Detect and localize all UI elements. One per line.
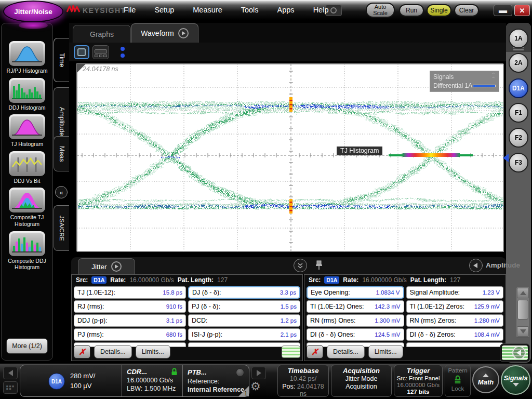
tj-histogram-annotation[interactable]: TJ Histogram xyxy=(337,147,382,155)
amplitude-limits-button[interactable]: Limits... xyxy=(368,345,403,358)
collapse-results-button[interactable] xyxy=(294,259,307,272)
measurement-cell-rn-zeros[interactable]: RN (rms) Zeros:1.280 mV xyxy=(406,314,504,327)
rate-label: Rate: xyxy=(110,276,126,284)
ptb-section[interactable]: PTB... Reference: Internal Reference 1 xyxy=(182,365,249,396)
application-window: Jitter/Noise KEYSIGHT File Setup Measure… xyxy=(0,0,532,399)
measurement-cell-isij[interactable]: ISI-J (p-p):2.1 ps xyxy=(188,328,300,341)
striped-display-icon xyxy=(502,345,528,360)
signal-button-2a[interactable]: 2A xyxy=(509,53,528,73)
menu-measure[interactable]: Measure xyxy=(193,6,222,14)
measurement-cell-tj[interactable]: TJ (1.0E-12):15.8 ps xyxy=(74,286,186,299)
measurement-cell-signal-amplitude[interactable]: Signal Amplitude:1.23 V xyxy=(406,286,504,299)
pattern-lock-section[interactable]: Pattern Lock xyxy=(445,365,471,397)
multi-pane-layout-button[interactable] xyxy=(92,45,109,59)
single-button[interactable]: Single xyxy=(427,4,451,17)
minimize-button[interactable]: ▬ xyxy=(494,5,512,16)
results-scrollbar[interactable] xyxy=(516,287,530,338)
math-button[interactable]: Math xyxy=(472,366,499,393)
single-pane-layout-button[interactable] xyxy=(74,45,89,59)
back-icon xyxy=(516,350,521,356)
measurement-cell-di-zeros[interactable]: DI (δ - δ) Zeros:108.4 mV xyxy=(406,328,504,341)
clear-button[interactable]: Clear xyxy=(454,4,479,17)
magenta-bell-histogram-icon xyxy=(9,114,45,139)
amplitude-remove-button[interactable]: ✗ xyxy=(307,345,323,358)
vtab-jsacre[interactable]: JSA/CRE xyxy=(54,205,69,251)
rate-label: Rate: xyxy=(343,276,358,284)
scroll-down-button[interactable] xyxy=(517,326,529,337)
measurement-cell-pj-dd[interactable]: PJ (δ - δ):1.5 ps xyxy=(188,300,300,313)
close-button[interactable]: ✕ xyxy=(514,5,530,16)
amplitude-details-button[interactable]: Details... xyxy=(327,345,365,358)
status-nav-right-button[interactable] xyxy=(251,367,266,379)
signal-button-d1a[interactable]: D1A xyxy=(509,78,528,98)
scrollbar-thumb[interactable] xyxy=(517,300,528,320)
ptb-title: PTB... xyxy=(188,368,207,376)
tab-jitter[interactable]: Jitter xyxy=(78,258,135,274)
measurement-cell-rj[interactable]: RJ (rms):910 fs xyxy=(74,300,186,313)
scroll-up-button[interactable] xyxy=(517,288,529,298)
auto-scale-button[interactable]: Auto Scale xyxy=(366,3,395,18)
cdr-section[interactable]: CDR... 16.000000 Gb/s LBW: 1.500 MHz xyxy=(122,365,182,396)
jitter-display-toggle[interactable] xyxy=(282,345,300,358)
measurement-cell-rn-ones[interactable]: RN (rms) Ones:1.300 mV xyxy=(307,314,404,327)
status-grid-button[interactable]: ▪▪▪▪▪ xyxy=(3,381,18,394)
app-badge[interactable]: Jitter/Noise xyxy=(3,1,63,22)
sidebar-item-tj-histogram[interactable]: TJ Histogram xyxy=(2,114,52,148)
measurement-cell-di-ones[interactable]: DI (δ - δ) Ones:124.5 mV xyxy=(307,328,404,341)
status-nav-left-button[interactable] xyxy=(3,367,18,379)
measurement-cell-dj[interactable]: DJ (δ - δ):3.3 ps xyxy=(188,286,300,299)
restore-panel-button[interactable] xyxy=(500,343,530,362)
tab-waveform[interactable]: Waveform xyxy=(131,23,198,43)
signal-button-1a[interactable]: 1A xyxy=(509,29,528,48)
measurement-cell-ti-ones[interactable]: TI (1.0E-12) Ones:142.3 mV xyxy=(307,300,404,313)
channel-section[interactable]: D1A 280 mV/ 100 µV xyxy=(20,365,122,396)
signal-button-f2[interactable]: F2 xyxy=(509,128,528,148)
trigger-section[interactable]: Trigger Src: Front Panel 16.000000 Gb/s … xyxy=(394,365,443,397)
sidebar-item-rjpj-histogram[interactable]: RJ/PJ Histogram xyxy=(2,41,52,74)
signal-button-f3[interactable]: F3 xyxy=(509,153,528,172)
chevron-up-double-icon[interactable]: ⌃⌃ xyxy=(491,73,496,81)
menu-setup[interactable]: Setup xyxy=(154,6,174,14)
menu-tools[interactable]: Tools xyxy=(241,6,259,14)
pin-results-button[interactable] xyxy=(315,260,323,272)
run-button[interactable]: Run xyxy=(399,4,424,17)
tab-menu-button[interactable] xyxy=(178,28,189,38)
timebase-section[interactable]: Timebase 10.42 ps/ Pos: 24.04178 ns xyxy=(277,365,329,397)
jitter-limits-button[interactable]: Limits... xyxy=(136,345,170,358)
status-led-icon xyxy=(236,368,244,377)
measurement-cell-dcd[interactable]: DCD:1.2 ps xyxy=(188,314,300,327)
signals-button[interactable]: Signals xyxy=(501,365,530,395)
channel-badge[interactable]: D1A xyxy=(48,373,65,390)
signal-button-f1[interactable]: F1 xyxy=(509,103,528,123)
menu-file[interactable]: File xyxy=(124,6,136,14)
composite-bell-histogram-icon xyxy=(9,188,45,212)
measurement-cell-ddj[interactable]: DDJ (p-p):3.1 ps xyxy=(74,314,186,327)
measurement-cell-pj-rms[interactable]: PJ (rms):680 fs xyxy=(74,328,186,341)
waveform-display[interactable]: 24.04178 ns Signals ⌃⌃ Differential 1A T… xyxy=(76,63,503,251)
signals-legend[interactable]: Signals ⌃⌃ Differential 1A xyxy=(430,71,499,92)
menu-apps[interactable]: Apps xyxy=(277,6,295,14)
cdr-lbw: LBW: 1.500 MHz xyxy=(127,385,178,392)
sidebar-item-ddj-vs-bit[interactable]: DDJ Vs Bit xyxy=(2,151,52,184)
jitter-source-row: Src: D1A Rate: 16.000000 Gb/s Pat. Lengt… xyxy=(72,275,302,285)
menu-help[interactable]: Help xyxy=(313,6,329,14)
more-graphs-button[interactable]: More (1/2) xyxy=(6,338,48,354)
measurement-cell-ti-zeros[interactable]: TI (1.0E-12) Zeros:125.9 mV xyxy=(406,300,504,313)
tab-graphs[interactable]: Graphs xyxy=(73,25,131,43)
jitter-details-button[interactable]: Details... xyxy=(94,345,132,358)
settings-button[interactable]: ⚙ xyxy=(250,380,261,393)
amplitude-expand-button[interactable] xyxy=(469,259,483,272)
grid-icon: ▪▪▪▪▪ xyxy=(6,385,15,390)
jitter-tab-menu-button[interactable] xyxy=(111,261,122,272)
sidebar-item-composite-tj-histogram[interactable]: Composite TJ Histogram xyxy=(2,188,52,227)
collapse-sidebar-button[interactable]: « xyxy=(55,186,68,198)
vtab-time[interactable]: Time xyxy=(54,38,69,82)
chevron-down-double-icon xyxy=(297,262,304,269)
sidebar-item-ddj-histogram[interactable]: DDJ Histogram xyxy=(2,78,52,111)
jitter-remove-button[interactable]: ✗ xyxy=(74,345,90,358)
legend-title: Signals xyxy=(433,73,454,81)
sidebar-item-composite-ddj-histogram[interactable]: Composite DDJ Histogram xyxy=(2,231,52,271)
vtab-meas[interactable]: Meas xyxy=(54,136,69,171)
acquisition-section[interactable]: Acquisition Jitter Mode Acquisition xyxy=(331,365,392,397)
measurement-cell-eye-opening[interactable]: Eye Opening:1.0834 V xyxy=(307,286,404,299)
